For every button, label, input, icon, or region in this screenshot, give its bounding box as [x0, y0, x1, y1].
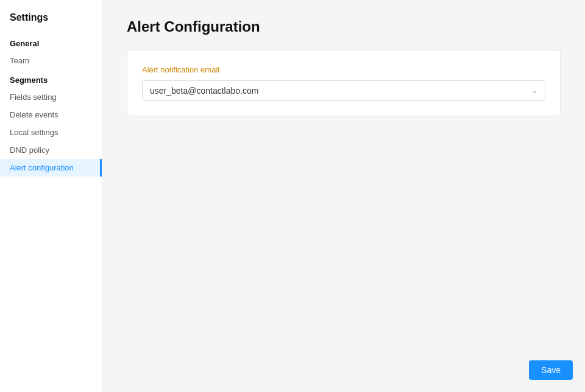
sidebar-item-team[interactable]: Team: [0, 52, 102, 69]
sidebar-item-local-settings[interactable]: Local settings: [0, 124, 102, 141]
sidebar-section-segments: Segments: [0, 69, 102, 88]
field-label-alert-email: Alert notification email: [142, 65, 545, 74]
sidebar-item-fields-setting[interactable]: Fields setting: [0, 88, 102, 106]
sidebar-item-dnd-policy[interactable]: DND policy: [0, 141, 102, 159]
sidebar-section-general: General: [0, 33, 102, 52]
page-title: Alert Configuration: [127, 18, 561, 35]
save-button[interactable]: Save: [529, 360, 573, 380]
email-select-value: user_beta@contactlabo.com: [150, 86, 258, 96]
chevron-down-icon: ⌄: [531, 86, 537, 95]
alert-config-card: Alert notification email user_beta@conta…: [127, 50, 561, 116]
main-content: Alert Configuration Alert notification e…: [102, 0, 585, 392]
sidebar-item-delete-events[interactable]: Delete events: [0, 106, 102, 124]
sidebar-title: Settings: [0, 12, 102, 33]
sidebar: Settings General Team Segments Fields se…: [0, 0, 102, 392]
sidebar-item-alert-configuration[interactable]: Alert configuration: [0, 159, 102, 177]
email-select[interactable]: user_beta@contactlabo.com ⌄: [142, 80, 545, 101]
